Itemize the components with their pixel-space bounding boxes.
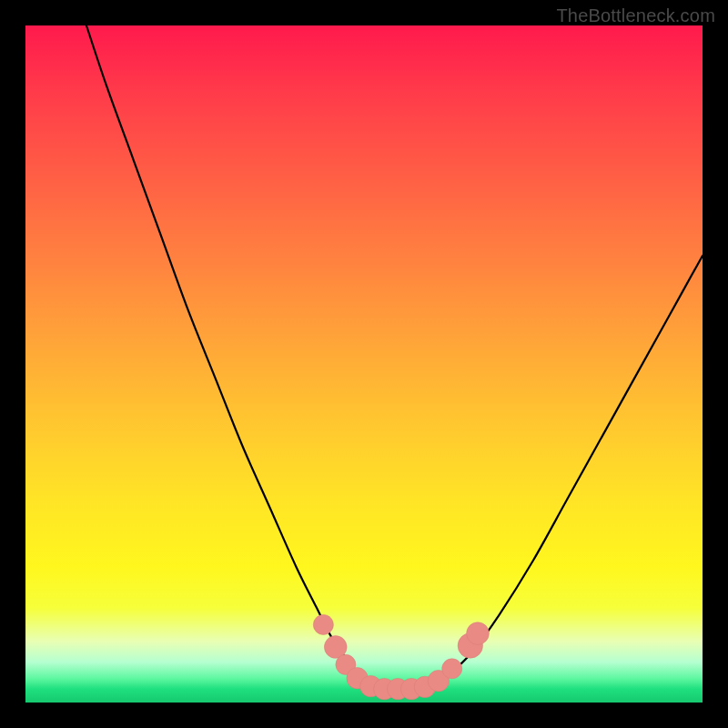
curve-markers <box>313 614 489 699</box>
curve-marker <box>442 659 462 679</box>
outer-frame: TheBottleneck.com <box>0 0 728 728</box>
chart-svg <box>25 25 703 703</box>
curve-marker <box>313 614 333 634</box>
watermark-text: TheBottleneck.com <box>556 5 715 26</box>
curve-marker <box>467 622 490 645</box>
bottleneck-curve <box>86 25 703 689</box>
plot-area <box>25 25 703 703</box>
